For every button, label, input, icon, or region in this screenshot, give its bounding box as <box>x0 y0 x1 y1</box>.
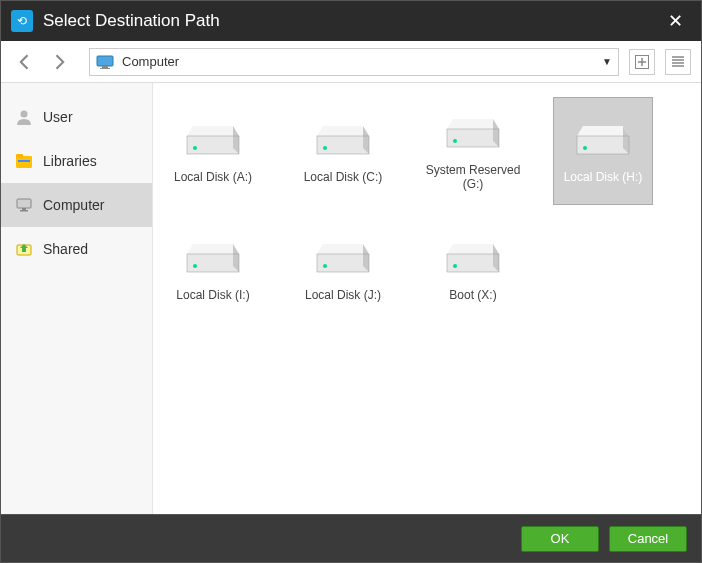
sidebar-item-libraries[interactable]: Libraries <box>1 139 152 183</box>
drive-label: Boot (X:) <box>449 288 496 302</box>
sidebar-item-computer[interactable]: Computer <box>1 183 152 227</box>
drive-label: Local Disk (J:) <box>305 288 381 302</box>
disk-icon <box>185 118 241 162</box>
path-combobox[interactable]: Computer ▼ <box>89 48 619 76</box>
disk-icon <box>185 236 241 280</box>
back-button[interactable] <box>11 48 39 76</box>
disk-icon <box>445 236 501 280</box>
drive-label: Local Disk (I:) <box>176 288 249 302</box>
disk-icon <box>315 118 371 162</box>
sidebar-item-label: Computer <box>43 197 104 213</box>
drive-label: Local Disk (H:) <box>564 170 643 184</box>
ok-button[interactable]: OK <box>521 526 599 552</box>
computer-icon <box>96 55 114 69</box>
sidebar-item-user[interactable]: User <box>1 95 152 139</box>
drive-label: Local Disk (C:) <box>304 170 383 184</box>
drive-item[interactable]: Local Disk (I:) <box>163 215 263 323</box>
drive-label: System Reserved (G:) <box>424 163 522 191</box>
drive-grid: Local Disk (A:) Local Disk (C:) System R… <box>153 83 701 514</box>
drive-item[interactable]: Local Disk (C:) <box>293 97 393 205</box>
toolbar: Computer ▼ <box>1 41 701 83</box>
drive-item[interactable]: System Reserved (G:) <box>423 97 523 205</box>
close-button[interactable]: ✕ <box>660 6 691 36</box>
disk-icon <box>445 111 501 155</box>
disk-icon <box>315 236 371 280</box>
sidebar-item-label: Libraries <box>43 153 97 169</box>
computer-icon <box>15 196 33 214</box>
dialog-window: ⟲ Select Destination Path ✕ Computer ▼ U… <box>0 0 702 563</box>
new-folder-button[interactable] <box>629 49 655 75</box>
view-mode-button[interactable] <box>665 49 691 75</box>
drive-item[interactable]: Local Disk (A:) <box>163 97 263 205</box>
titlebar: ⟲ Select Destination Path ✕ <box>1 1 701 41</box>
sidebar-item-shared[interactable]: Shared <box>1 227 152 271</box>
libraries-icon <box>15 152 33 170</box>
app-icon: ⟲ <box>11 10 33 32</box>
user-icon <box>15 108 33 126</box>
drive-item[interactable]: Local Disk (J:) <box>293 215 393 323</box>
dialog-body: User Libraries Computer Shared Local Dis… <box>1 83 701 514</box>
drive-item[interactable]: Boot (X:) <box>423 215 523 323</box>
sidebar-item-label: User <box>43 109 73 125</box>
footer: OK Cancel <box>1 514 701 562</box>
shared-icon <box>15 240 33 258</box>
disk-icon <box>575 118 631 162</box>
drive-label: Local Disk (A:) <box>174 170 252 184</box>
forward-button[interactable] <box>45 48 73 76</box>
dialog-title: Select Destination Path <box>43 11 660 31</box>
sidebar-item-label: Shared <box>43 241 88 257</box>
drive-item[interactable]: Local Disk (H:) <box>553 97 653 205</box>
cancel-button[interactable]: Cancel <box>609 526 687 552</box>
chevron-down-icon: ▼ <box>602 56 612 67</box>
path-text: Computer <box>122 54 602 69</box>
sidebar: User Libraries Computer Shared <box>1 83 153 514</box>
